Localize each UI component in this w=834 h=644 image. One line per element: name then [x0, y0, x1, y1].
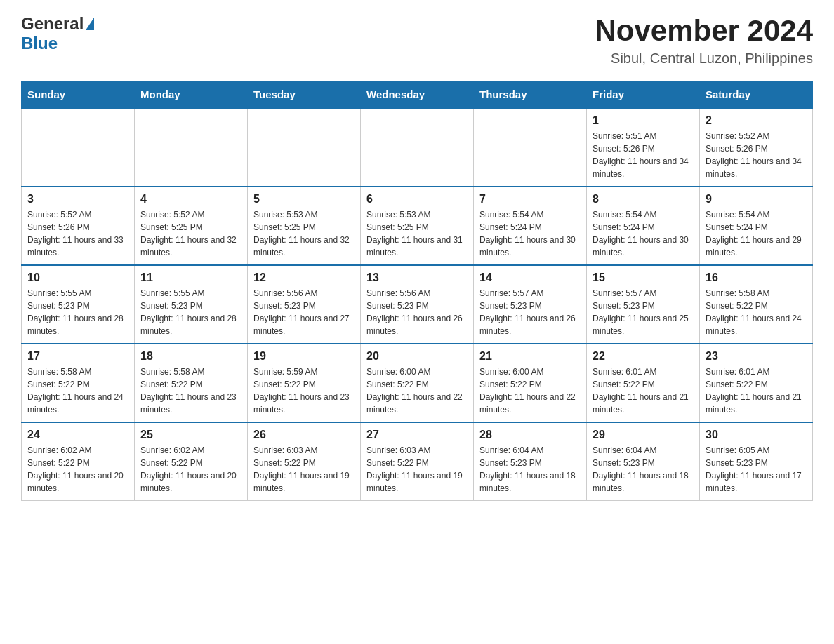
- calendar-cell: [474, 108, 587, 187]
- day-number: 27: [366, 429, 468, 441]
- day-number: 3: [27, 193, 128, 206]
- calendar-cell: 21Sunrise: 6:00 AMSunset: 5:22 PMDayligh…: [474, 344, 587, 422]
- calendar-header: SundayMondayTuesdayWednesdayThursdayFrid…: [22, 81, 813, 109]
- day-info: Sunrise: 5:55 AMSunset: 5:23 PMDaylight:…: [27, 287, 128, 337]
- calendar-cell: 10Sunrise: 5:55 AMSunset: 5:23 PMDayligh…: [22, 265, 135, 344]
- calendar-cell: 1Sunrise: 5:51 AMSunset: 5:26 PMDaylight…: [587, 108, 700, 187]
- day-number: 24: [27, 429, 128, 441]
- column-header-monday: Monday: [135, 81, 248, 109]
- column-header-wednesday: Wednesday: [361, 81, 474, 109]
- day-number: 23: [706, 350, 807, 363]
- column-header-thursday: Thursday: [474, 81, 587, 109]
- day-info: Sunrise: 6:01 AMSunset: 5:22 PMDaylight:…: [593, 365, 694, 416]
- calendar-cell: 19Sunrise: 5:59 AMSunset: 5:22 PMDayligh…: [248, 344, 361, 422]
- day-number: 22: [593, 350, 694, 363]
- calendar-cell: 20Sunrise: 6:00 AMSunset: 5:22 PMDayligh…: [361, 344, 474, 422]
- day-info: Sunrise: 6:00 AMSunset: 5:22 PMDaylight:…: [479, 365, 581, 416]
- day-info: Sunrise: 5:56 AMSunset: 5:23 PMDaylight:…: [366, 287, 468, 337]
- day-info: Sunrise: 6:04 AMSunset: 5:23 PMDaylight:…: [593, 444, 694, 495]
- calendar-subtitle: Sibul, Central Luzon, Philippines: [595, 51, 813, 67]
- calendar-cell: 26Sunrise: 6:03 AMSunset: 5:22 PMDayligh…: [248, 422, 361, 501]
- calendar-cell: 9Sunrise: 5:54 AMSunset: 5:24 PMDaylight…: [700, 187, 813, 265]
- calendar-cell: 5Sunrise: 5:53 AMSunset: 5:25 PMDaylight…: [248, 187, 361, 265]
- day-info: Sunrise: 5:52 AMSunset: 5:25 PMDaylight:…: [140, 208, 241, 259]
- calendar-cell: 28Sunrise: 6:04 AMSunset: 5:23 PMDayligh…: [474, 422, 587, 501]
- day-info: Sunrise: 5:58 AMSunset: 5:22 PMDaylight:…: [27, 365, 128, 416]
- day-number: 11: [140, 271, 241, 284]
- calendar-cell: 27Sunrise: 6:03 AMSunset: 5:22 PMDayligh…: [361, 422, 474, 501]
- day-number: 20: [366, 350, 468, 363]
- day-number: 14: [479, 271, 581, 284]
- calendar-cell: [248, 108, 361, 187]
- calendar-cell: 15Sunrise: 5:57 AMSunset: 5:23 PMDayligh…: [587, 265, 700, 344]
- logo: General Blue: [21, 14, 94, 53]
- day-info: Sunrise: 6:00 AMSunset: 5:22 PMDaylight:…: [366, 365, 468, 416]
- day-number: 15: [593, 271, 694, 284]
- calendar-week-0: 1Sunrise: 5:51 AMSunset: 5:26 PMDaylight…: [22, 108, 813, 187]
- logo-blue-text: Blue: [21, 34, 58, 53]
- calendar-cell: 4Sunrise: 5:52 AMSunset: 5:25 PMDaylight…: [135, 187, 248, 265]
- calendar-title: November 2024: [595, 14, 813, 48]
- day-info: Sunrise: 5:54 AMSunset: 5:24 PMDaylight:…: [479, 208, 581, 259]
- logo-general-text: General: [21, 14, 84, 34]
- calendar-cell: 2Sunrise: 5:52 AMSunset: 5:26 PMDaylight…: [700, 108, 813, 187]
- calendar-cell: 14Sunrise: 5:57 AMSunset: 5:23 PMDayligh…: [474, 265, 587, 344]
- day-number: 16: [706, 271, 807, 284]
- calendar-cell: 22Sunrise: 6:01 AMSunset: 5:22 PMDayligh…: [587, 344, 700, 422]
- day-info: Sunrise: 6:03 AMSunset: 5:22 PMDaylight:…: [366, 444, 468, 495]
- calendar-cell: 13Sunrise: 5:56 AMSunset: 5:23 PMDayligh…: [361, 265, 474, 344]
- day-number: 1: [593, 114, 694, 127]
- column-header-saturday: Saturday: [700, 81, 813, 109]
- day-info: Sunrise: 6:05 AMSunset: 5:23 PMDaylight:…: [706, 444, 807, 495]
- title-block: November 2024 Sibul, Central Luzon, Phil…: [595, 14, 813, 67]
- day-info: Sunrise: 5:51 AMSunset: 5:26 PMDaylight:…: [593, 130, 694, 180]
- day-number: 7: [479, 193, 581, 206]
- calendar-week-3: 17Sunrise: 5:58 AMSunset: 5:22 PMDayligh…: [22, 344, 813, 422]
- day-number: 5: [253, 193, 355, 206]
- calendar-cell: 17Sunrise: 5:58 AMSunset: 5:22 PMDayligh…: [22, 344, 135, 422]
- day-info: Sunrise: 6:01 AMSunset: 5:22 PMDaylight:…: [706, 365, 807, 416]
- day-info: Sunrise: 5:57 AMSunset: 5:23 PMDaylight:…: [593, 287, 694, 337]
- day-info: Sunrise: 5:53 AMSunset: 5:25 PMDaylight:…: [366, 208, 468, 259]
- day-info: Sunrise: 5:59 AMSunset: 5:22 PMDaylight:…: [253, 365, 355, 416]
- day-info: Sunrise: 5:52 AMSunset: 5:26 PMDaylight:…: [706, 130, 807, 180]
- calendar-cell: 29Sunrise: 6:04 AMSunset: 5:23 PMDayligh…: [587, 422, 700, 501]
- calendar-cell: 30Sunrise: 6:05 AMSunset: 5:23 PMDayligh…: [700, 422, 813, 501]
- day-info: Sunrise: 6:02 AMSunset: 5:22 PMDaylight:…: [27, 444, 128, 495]
- page-header: General Blue November 2024 Sibul, Centra…: [21, 14, 813, 67]
- day-number: 25: [140, 429, 241, 441]
- day-info: Sunrise: 6:02 AMSunset: 5:22 PMDaylight:…: [140, 444, 241, 495]
- calendar-cell: 7Sunrise: 5:54 AMSunset: 5:24 PMDaylight…: [474, 187, 587, 265]
- day-info: Sunrise: 5:58 AMSunset: 5:22 PMDaylight:…: [140, 365, 241, 416]
- day-number: 12: [253, 271, 355, 284]
- day-number: 29: [593, 429, 694, 441]
- calendar-body: 1Sunrise: 5:51 AMSunset: 5:26 PMDaylight…: [22, 108, 813, 501]
- calendar-table: SundayMondayTuesdayWednesdayThursdayFrid…: [21, 81, 813, 501]
- calendar-week-4: 24Sunrise: 6:02 AMSunset: 5:22 PMDayligh…: [22, 422, 813, 501]
- column-header-sunday: Sunday: [22, 81, 135, 109]
- day-number: 10: [27, 271, 128, 284]
- day-info: Sunrise: 5:52 AMSunset: 5:26 PMDaylight:…: [27, 208, 128, 259]
- day-number: 21: [479, 350, 581, 363]
- day-number: 8: [593, 193, 694, 206]
- day-number: 18: [140, 350, 241, 363]
- day-info: Sunrise: 5:55 AMSunset: 5:23 PMDaylight:…: [140, 287, 241, 337]
- day-number: 30: [706, 429, 807, 441]
- day-number: 9: [706, 193, 807, 206]
- calendar-cell: 24Sunrise: 6:02 AMSunset: 5:22 PMDayligh…: [22, 422, 135, 501]
- day-info: Sunrise: 5:54 AMSunset: 5:24 PMDaylight:…: [593, 208, 694, 259]
- column-header-friday: Friday: [587, 81, 700, 109]
- day-info: Sunrise: 5:54 AMSunset: 5:24 PMDaylight:…: [706, 208, 807, 259]
- day-number: 13: [366, 271, 468, 284]
- day-number: 6: [366, 193, 468, 206]
- calendar-cell: 23Sunrise: 6:01 AMSunset: 5:22 PMDayligh…: [700, 344, 813, 422]
- calendar-cell: 3Sunrise: 5:52 AMSunset: 5:26 PMDaylight…: [22, 187, 135, 265]
- day-info: Sunrise: 5:53 AMSunset: 5:25 PMDaylight:…: [253, 208, 355, 259]
- calendar-cell: [22, 108, 135, 187]
- calendar-week-1: 3Sunrise: 5:52 AMSunset: 5:26 PMDaylight…: [22, 187, 813, 265]
- calendar-cell: 6Sunrise: 5:53 AMSunset: 5:25 PMDaylight…: [361, 187, 474, 265]
- calendar-week-2: 10Sunrise: 5:55 AMSunset: 5:23 PMDayligh…: [22, 265, 813, 344]
- day-number: 28: [479, 429, 581, 441]
- day-number: 2: [706, 114, 807, 127]
- day-number: 17: [27, 350, 128, 363]
